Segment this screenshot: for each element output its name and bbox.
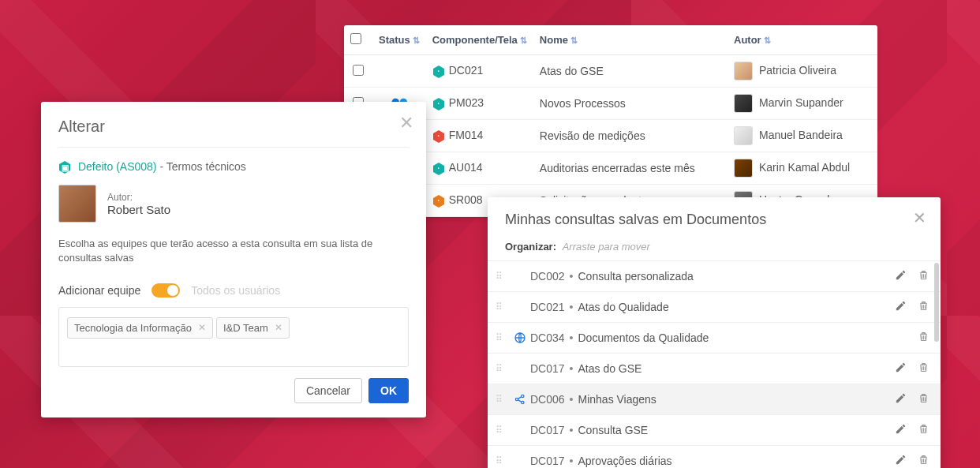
header-nome[interactable]: Nome⇅ <box>533 25 728 55</box>
row-autor: Karin Kamal Abdul <box>728 152 877 185</box>
edit-icon[interactable] <box>895 300 907 314</box>
defect-line: ▣ Defeito (AS008) - Termos técnicos <box>58 160 409 174</box>
team-tag[interactable]: Tecnologia da Informação✕ <box>67 317 213 339</box>
avatar <box>734 126 753 145</box>
saved-query-code: DC034 <box>530 331 565 344</box>
trash-icon[interactable] <box>918 454 930 468</box>
type-icon: · <box>432 98 445 110</box>
trash-icon[interactable] <box>918 361 930 376</box>
trash-icon[interactable] <box>918 331 930 345</box>
row-code: FM014 <box>449 129 484 141</box>
add-team-label: Adicionar equipe <box>58 284 140 297</box>
select-all-checkbox[interactable] <box>350 33 361 44</box>
table-row[interactable]: ·DC021Atas do GSEPatricia Oliveira <box>344 55 877 88</box>
saved-query-code: DC006 <box>530 393 565 406</box>
avatar <box>734 94 753 113</box>
header-status[interactable]: Status⇅ <box>372 25 426 55</box>
tag-remove-icon[interactable]: ✕ <box>275 322 282 333</box>
row-code: SR008 <box>449 193 483 206</box>
author-name: Manuel Bandeira <box>759 129 843 141</box>
row-componente: ·PM023 <box>426 88 533 120</box>
trash-icon[interactable] <box>918 269 930 283</box>
row-nome: Revisão de medições <box>533 120 728 152</box>
saved-query-row[interactable]: ⠿DC021•Atas do Qualidade <box>488 292 941 323</box>
sort-icon: ⇅ <box>520 36 527 45</box>
saved-query-title: Consulta personalizada <box>578 270 896 283</box>
dialog-description: Escolha as equipes que terão acesso a es… <box>58 237 409 265</box>
dialog-title: Alterar <box>58 118 409 136</box>
saved-query-row[interactable]: ⠿DC017•Atas do GSE <box>488 354 941 384</box>
trash-icon[interactable] <box>918 392 930 406</box>
saved-query-row[interactable]: ⠿DC002•Consulta personalizada <box>488 261 941 292</box>
tag-label: I&D Team <box>223 322 268 334</box>
defect-label: Defeito (AS008) <box>78 160 157 173</box>
type-icon: · <box>432 195 445 208</box>
edit-icon[interactable] <box>895 269 907 283</box>
drag-handle-icon[interactable]: ⠿ <box>496 301 510 313</box>
row-autor: Patricia Oliveira <box>728 55 877 88</box>
row-componente: ·FM014 <box>426 120 533 152</box>
saved-query-row[interactable]: ⠿DC006•Minhas Viagens <box>488 384 941 415</box>
globe-icon <box>510 331 530 344</box>
drag-handle-icon[interactable]: ⠿ <box>496 271 510 282</box>
defect-name: Termos técnicos <box>166 160 246 173</box>
row-componente: ·AU014 <box>426 152 533 185</box>
saved-query-code: DC017 <box>530 424 565 436</box>
saved-query-row[interactable]: ⠿DC034•Documentos da Qualidade <box>488 323 941 354</box>
close-icon[interactable]: ✕ <box>399 113 413 133</box>
drag-handle-icon[interactable]: ⠿ <box>496 363 510 374</box>
alterar-dialog: Alterar ✕ ▣ Defeito (AS008) - Termos téc… <box>41 102 426 417</box>
saved-query-title: Consulta GSE <box>578 424 896 436</box>
avatar <box>734 159 753 178</box>
saved-query-row[interactable]: ⠿DC017•Aprovações diárias <box>488 446 941 468</box>
drag-handle-icon[interactable]: ⠿ <box>496 394 510 405</box>
team-tag-area[interactable]: Tecnologia da Informação✕I&D Team✕ <box>58 307 409 367</box>
scrollbar[interactable] <box>934 263 939 342</box>
ok-button[interactable]: OK <box>368 378 409 403</box>
edit-icon[interactable] <box>895 392 907 406</box>
edit-icon[interactable] <box>895 361 907 376</box>
saved-query-title: Atas do GSE <box>578 362 896 375</box>
row-code: DC021 <box>449 64 484 77</box>
close-icon[interactable]: ✕ <box>913 208 926 227</box>
header-autor[interactable]: Autor⇅ <box>728 25 877 55</box>
sort-icon: ⇅ <box>570 36 578 45</box>
tag-remove-icon[interactable]: ✕ <box>198 322 206 333</box>
saved-queries-list: ⠿DC002•Consulta personalizada⠿DC021•Atas… <box>488 260 941 468</box>
drag-handle-icon[interactable]: ⠿ <box>496 455 510 466</box>
organize-hint: Arraste para mover <box>563 241 650 253</box>
saved-query-code: DC017 <box>530 362 565 375</box>
drag-handle-icon[interactable]: ⠿ <box>496 332 510 343</box>
row-status <box>372 55 426 88</box>
author-label: Autor: <box>107 192 170 203</box>
cancel-button[interactable]: Cancelar <box>294 378 362 403</box>
saved-query-title: Atas do Qualidade <box>578 301 896 313</box>
row-checkbox[interactable] <box>353 65 364 76</box>
saved-query-title: Minhas Viagens <box>578 393 896 406</box>
author-block: Autor: Robert Sato <box>58 185 409 223</box>
row-nome: Atas do GSE <box>533 55 728 88</box>
add-team-toggle[interactable] <box>151 283 180 298</box>
saved-query-code: DC021 <box>530 301 565 313</box>
trash-icon[interactable] <box>918 423 930 437</box>
team-tag[interactable]: I&D Team✕ <box>216 317 290 339</box>
defect-type-icon: ▣ <box>58 161 71 174</box>
saved-query-row[interactable]: ⠿DC017•Consulta GSE <box>488 415 941 446</box>
saved-query-code: DC002 <box>530 270 565 283</box>
organize-label: Organizar: <box>505 241 556 253</box>
trash-icon[interactable] <box>918 300 930 314</box>
author-avatar <box>58 185 96 223</box>
row-autor: Marvin Supander <box>728 88 877 120</box>
avatar <box>734 62 753 80</box>
header-componente[interactable]: Componente/Tela⇅ <box>426 25 533 55</box>
row-autor: Manuel Bandeira <box>728 120 877 152</box>
author-name: Karin Kamal Abdul <box>759 161 850 174</box>
saved-query-title: Documentos da Qualidade <box>578 331 918 344</box>
edit-icon[interactable] <box>895 454 907 468</box>
share-icon <box>510 393 530 406</box>
row-nome: Auditorias encerradas este mês <box>533 152 728 185</box>
tag-label: Tecnologia da Informação <box>74 322 192 334</box>
all-users-label: Todos os usuários <box>191 284 280 297</box>
drag-handle-icon[interactable]: ⠿ <box>496 425 510 436</box>
edit-icon[interactable] <box>895 423 907 437</box>
